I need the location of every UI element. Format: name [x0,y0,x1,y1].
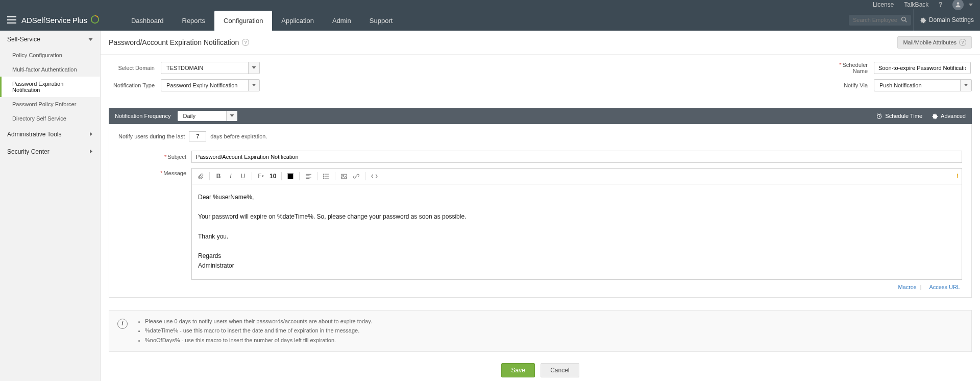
gear-icon [932,113,938,120]
select-domain-value: TESTDOMAIN [161,62,248,74]
chevron-down-icon [88,36,93,43]
mail-mobile-attributes-label: Mail/Mobile Attributes [903,39,957,45]
brand-logo: ADSelfService Plus [21,15,100,26]
svg-point-13 [323,176,324,177]
advanced-button[interactable]: Advanced [932,113,966,120]
cancel-button[interactable]: Cancel [541,363,579,377]
tab-support[interactable]: Support [360,11,402,31]
message-label: *Message [158,168,186,176]
chevron-right-icon [90,148,93,155]
sidebar-section-self-service[interactable]: Self-Service [0,31,100,48]
underline-icon[interactable]: U [237,171,249,182]
svg-point-0 [957,2,960,5]
schedule-time-button[interactable]: Schedule Time [876,113,922,120]
italic-icon[interactable]: I [225,171,236,182]
brand-text: ADSelfService [21,16,71,25]
sidebar-section-label: Security Center [7,148,50,155]
svg-point-11 [323,174,324,175]
link-icon[interactable] [351,171,362,182]
days-input[interactable] [189,131,206,141]
gear-icon [920,17,926,23]
sidebar-item-password-expiration[interactable]: Password Expiration Notification [0,77,100,97]
chevron-down-icon[interactable] [248,62,259,74]
font-size-selector[interactable]: 10 [267,173,278,180]
chevron-down-icon[interactable] [226,111,237,121]
svg-rect-3 [7,22,16,23]
domain-settings-label: Domain Settings [929,16,974,23]
page-title-text: Password/Account Expiration Notification [109,38,239,46]
bold-icon[interactable]: B [213,171,224,182]
chevron-down-icon[interactable] [960,80,971,91]
info-tip: Please use 0 days to notify users when t… [145,317,372,326]
license-link[interactable]: License [868,0,899,9]
sidebar-item-password-policy-enforcer[interactable]: Password Policy Enforcer [0,97,100,111]
text-color-icon[interactable] [285,171,296,182]
info-icon: i [117,319,128,329]
chevron-down-icon[interactable] [248,80,259,91]
svg-point-15 [323,178,324,179]
sidebar-item-mfa[interactable]: Multi-factor Authentication [0,62,100,77]
frequency-dropdown[interactable]: Daily [178,111,237,121]
align-icon[interactable] [303,171,314,182]
scheduler-name-input[interactable] [874,62,971,74]
tab-application[interactable]: Application [272,11,323,31]
help-icon[interactable]: ? [934,0,947,9]
image-icon[interactable] [338,171,350,182]
search-input[interactable] [853,17,899,23]
message-editor[interactable]: Dear %userName%, Your password will expi… [192,184,962,279]
sidebar: Self-Service Policy Configuration Multi-… [0,31,101,381]
frequency-label: Notification Frequency [115,113,170,119]
search-box[interactable] [849,15,911,26]
sidebar-section-label: Self-Service [7,36,40,43]
access-url-link[interactable]: Access URL [929,284,960,290]
divider: | [920,284,922,290]
brand-suffix: Plus [72,16,87,25]
svg-rect-17 [341,174,347,179]
select-domain-dropdown[interactable]: TESTDOMAIN [161,62,260,74]
notification-type-dropdown[interactable]: Password Expiry Notification [161,79,260,91]
brand-swirl-icon [90,15,100,26]
tab-dashboard[interactable]: Dashboard [122,11,173,31]
tab-configuration[interactable]: Configuration [214,11,272,31]
svg-rect-1 [7,16,16,17]
chevron-right-icon [90,131,93,138]
info-box: i Please use 0 days to notify users when… [109,310,972,352]
svg-point-4 [901,17,905,21]
notification-type-label: Notification Type [109,82,155,88]
macros-link[interactable]: Macros [898,284,916,290]
svg-line-5 [905,20,906,22]
info-tip: %dateTime% - use this macro to insert th… [145,326,372,336]
svg-rect-2 [7,19,16,20]
tab-admin[interactable]: Admin [323,11,360,31]
tab-reports[interactable]: Reports [173,11,215,31]
talkback-link[interactable]: TalkBack [899,0,934,9]
mail-mobile-attributes-button[interactable]: Mail/Mobile Attributes ? [897,36,972,49]
help-icon[interactable]: ? [242,39,249,46]
menu-icon[interactable] [7,16,16,23]
user-avatar[interactable] [952,0,964,10]
warning-icon[interactable]: ! [957,173,959,180]
advanced-label: Advanced [941,113,966,119]
save-button[interactable]: Save [501,363,534,377]
list-icon[interactable] [321,171,332,182]
sidebar-section-security-center[interactable]: Security Center [0,143,100,160]
sidebar-item-directory-self-service[interactable]: Directory Self Service [0,111,100,126]
help-icon[interactable]: ? [959,39,966,46]
domain-settings-button[interactable]: Domain Settings [913,9,980,31]
sidebar-section-admin-tools[interactable]: Administrative Tools [0,126,100,143]
subject-input[interactable] [191,151,962,163]
subject-label: *Subject [158,154,186,160]
notify-line-suffix: days before expiration. [210,133,267,139]
notify-via-value: Push Notification [874,80,960,91]
attach-icon[interactable] [195,171,206,182]
code-icon[interactable] [369,171,380,182]
scheduler-name-label: *Scheduler Name [827,62,868,74]
notification-type-value: Password Expiry Notification [161,80,248,91]
sidebar-item-policy-config[interactable]: Policy Configuration [0,48,100,62]
frequency-bar: Notification Frequency Daily Schedule Ti… [109,108,972,124]
schedule-time-label: Schedule Time [885,113,922,119]
font-icon[interactable]: F▾ [255,171,266,182]
search-icon[interactable] [901,16,907,24]
notify-via-dropdown[interactable]: Push Notification [874,79,972,91]
user-menu-caret[interactable] [969,1,973,8]
